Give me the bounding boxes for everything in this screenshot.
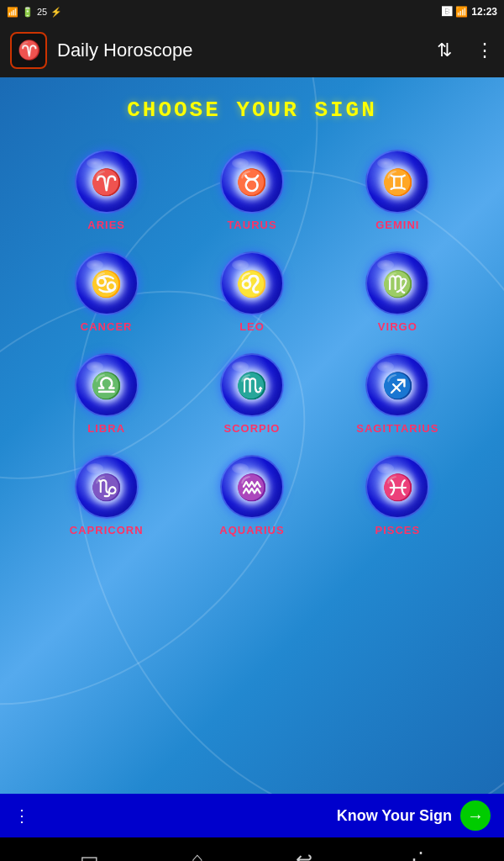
sign-glyph-virgo: ♍ xyxy=(382,269,413,298)
sign-item-pisces[interactable]: ♓PISCES xyxy=(325,445,470,547)
nav-bar: ▭ ⌂ ↩ ⋰ xyxy=(0,837,504,861)
usb-icon: ⚡ xyxy=(50,7,62,18)
status-number: 25 xyxy=(37,7,47,17)
choose-sign-title: CHOOSE YOUR SIGN xyxy=(127,98,377,123)
sign-item-aquarius[interactable]: ♒AQUARIUS xyxy=(179,445,324,547)
sign-circle-cancer: ♋ xyxy=(75,251,139,315)
sign-label-sagittarius: SAGITTARIUS xyxy=(356,422,438,435)
sign-item-gemini[interactable]: ♊GEMINI xyxy=(325,140,470,241)
status-left-icons: 📶 🔋 25 ⚡ xyxy=(7,7,62,18)
sign-label-aquarius: AQUARIUS xyxy=(219,524,284,536)
battery-icon: 🔋 xyxy=(22,7,34,18)
bluetooth-icon: 🅱 xyxy=(442,6,452,18)
sign-label-aries: ARIES xyxy=(87,219,125,231)
status-bar: 📶 🔋 25 ⚡ 🅱 📶 12:23 xyxy=(0,0,504,24)
nav-home-icon[interactable]: ⌂ xyxy=(191,848,203,861)
sign-item-virgo[interactable]: ♍VIRGO xyxy=(325,241,470,343)
sign-glyph-aquarius: ♒ xyxy=(236,473,267,502)
app-title: Daily Horoscope xyxy=(57,40,413,61)
sign-circle-pisces: ♓ xyxy=(365,455,429,519)
sign-glyph-capricorn: ♑ xyxy=(91,473,122,502)
main-content: CHOOSE YOUR SIGN ♈ARIES♉TAURUS♊GEMINI♋CA… xyxy=(0,77,504,794)
adjust-icon[interactable]: ⇅ xyxy=(437,40,452,61)
nav-menu-icon[interactable]: ⋰ xyxy=(404,848,424,861)
sign-circle-scorpio: ♏ xyxy=(220,353,284,417)
sign-glyph-gemini: ♊ xyxy=(382,167,413,197)
sign-label-scorpio: SCORPIO xyxy=(224,422,281,435)
sign-item-capricorn[interactable]: ♑CAPRICORN xyxy=(34,445,179,547)
sign-item-taurus[interactable]: ♉TAURUS xyxy=(179,140,324,241)
app-logo-glyph: ♈ xyxy=(18,40,40,61)
sign-glyph-scorpio: ♏ xyxy=(236,371,267,400)
sign-circle-aries: ♈ xyxy=(75,150,139,214)
sign-circle-virgo: ♍ xyxy=(365,251,429,315)
signs-grid: ♈ARIES♉TAURUS♊GEMINI♋CANCER♌LEO♍VIRGO♎LI… xyxy=(34,140,470,547)
sign-circle-taurus: ♉ xyxy=(220,150,284,214)
sign-glyph-aries: ♈ xyxy=(91,167,122,197)
arrow-circle-icon: → xyxy=(460,800,491,831)
arrow-icon: → xyxy=(467,806,484,826)
sign-label-pisces: PISCES xyxy=(375,524,420,536)
sign-label-virgo: VIRGO xyxy=(378,320,417,333)
sign-item-scorpio[interactable]: ♏SCORPIO xyxy=(179,343,324,445)
sign-item-leo[interactable]: ♌LEO xyxy=(179,241,324,343)
sign-circle-gemini: ♊ xyxy=(365,150,429,214)
sign-circle-libra: ♎ xyxy=(75,353,139,417)
sign-glyph-cancer: ♋ xyxy=(91,269,122,298)
sign-glyph-leo: ♌ xyxy=(236,269,267,298)
sign-circle-aquarius: ♒ xyxy=(220,455,284,519)
sign-circle-leo: ♌ xyxy=(220,251,284,315)
sign-glyph-libra: ♎ xyxy=(91,371,122,400)
status-right-icons: 🅱 📶 12:23 xyxy=(442,6,497,18)
sign-label-taurus: TAURUS xyxy=(227,219,276,231)
sign-glyph-pisces: ♓ xyxy=(382,473,413,502)
sign-item-libra[interactable]: ♎LIBRA xyxy=(34,343,179,445)
sign-circle-sagittarius: ♐ xyxy=(365,353,429,417)
sign-label-gemini: GEMINI xyxy=(375,219,419,231)
sign-glyph-taurus: ♉ xyxy=(236,167,267,197)
app-bar: ♈ Daily Horoscope ⇅ ⋮ xyxy=(0,24,504,77)
know-sign-label: Know Your Sign xyxy=(337,807,452,825)
time-display: 12:23 xyxy=(471,6,497,18)
sign-label-cancer: CANCER xyxy=(81,320,133,333)
sign-glyph-sagittarius: ♐ xyxy=(382,371,413,400)
sign-item-cancer[interactable]: ♋CANCER xyxy=(34,241,179,343)
sign-item-aries[interactable]: ♈ARIES xyxy=(34,140,179,241)
sign-label-libra: LIBRA xyxy=(87,422,125,435)
bottom-menu-icon[interactable]: ⋮ xyxy=(13,806,30,826)
nav-recents-icon[interactable]: ▭ xyxy=(80,848,99,861)
sign-item-sagittarius[interactable]: ♐SAGITTARIUS xyxy=(325,343,470,445)
more-options-icon[interactable]: ⋮ xyxy=(475,40,494,61)
sign-circle-capricorn: ♑ xyxy=(75,455,139,519)
sign-label-leo: LEO xyxy=(239,320,265,333)
wifi-icon: 📶 xyxy=(7,7,18,18)
sign-label-capricorn: CAPRICORN xyxy=(70,524,144,536)
signal-icon: 📶 xyxy=(455,6,468,18)
bottom-bar: ⋮ Know Your Sign → xyxy=(0,794,504,837)
know-your-sign-button[interactable]: Know Your Sign → xyxy=(337,800,491,831)
nav-back-icon[interactable]: ↩ xyxy=(296,848,312,861)
app-logo: ♈ xyxy=(10,32,47,69)
